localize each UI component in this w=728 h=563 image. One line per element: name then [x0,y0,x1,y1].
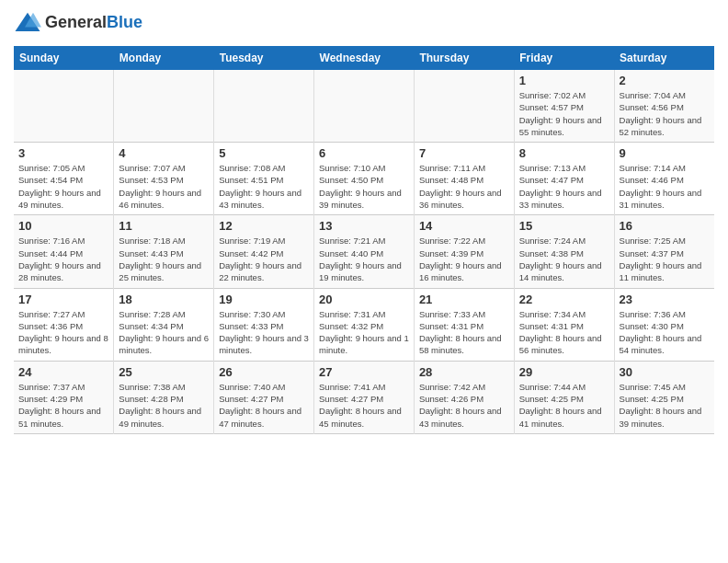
col-wednesday: Wednesday [314,46,415,70]
day-number: 17 [18,293,108,306]
day-number: 24 [18,365,108,379]
day-number: 29 [519,365,609,379]
day-cell-4-4: 20Sunrise: 7:31 AM Sunset: 4:32 PM Dayli… [314,288,415,361]
day-cell-1-2 [114,70,214,143]
day-number: 6 [319,146,409,160]
day-cell-4-3: 19Sunrise: 7:30 AM Sunset: 4:33 PM Dayli… [214,288,314,361]
day-info: Sunrise: 7:27 AM Sunset: 4:36 PM Dayligh… [18,308,108,357]
day-cell-5-6: 29Sunrise: 7:44 AM Sunset: 4:25 PM Dayli… [514,361,614,433]
day-info: Sunrise: 7:44 AM Sunset: 4:25 PM Dayligh… [519,381,609,430]
day-number: 27 [319,365,409,379]
day-number: 12 [219,219,309,233]
col-thursday: Thursday [414,46,514,70]
logo-general: General [45,13,107,31]
week-row-2: 3Sunrise: 7:05 AM Sunset: 4:54 PM Daylig… [14,143,714,215]
day-cell-4-2: 18Sunrise: 7:28 AM Sunset: 4:34 PM Dayli… [114,288,214,361]
day-cell-1-4 [314,70,415,143]
day-info: Sunrise: 7:14 AM Sunset: 4:46 PM Dayligh… [620,162,710,211]
day-cell-3-4: 13Sunrise: 7:21 AM Sunset: 4:40 PM Dayli… [314,215,415,288]
day-info: Sunrise: 7:36 AM Sunset: 4:30 PM Dayligh… [620,308,710,357]
day-cell-5-3: 26Sunrise: 7:40 AM Sunset: 4:27 PM Dayli… [214,361,314,433]
day-cell-1-5 [414,70,514,143]
calendar-body: 1Sunrise: 7:02 AM Sunset: 4:57 PM Daylig… [14,70,714,433]
col-monday: Monday [114,46,214,70]
col-tuesday: Tuesday [214,46,314,70]
day-info: Sunrise: 7:34 AM Sunset: 4:31 PM Dayligh… [519,308,609,357]
day-cell-1-6: 1Sunrise: 7:02 AM Sunset: 4:57 PM Daylig… [514,70,614,143]
day-info: Sunrise: 7:02 AM Sunset: 4:57 PM Dayligh… [519,89,609,138]
day-info: Sunrise: 7:41 AM Sunset: 4:27 PM Dayligh… [319,381,409,430]
day-cell-2-5: 7Sunrise: 7:11 AM Sunset: 4:48 PM Daylig… [414,143,514,215]
week-row-3: 10Sunrise: 7:16 AM Sunset: 4:44 PM Dayli… [14,215,714,288]
day-info: Sunrise: 7:45 AM Sunset: 4:25 PM Dayligh… [620,381,710,430]
day-info: Sunrise: 7:08 AM Sunset: 4:51 PM Dayligh… [219,162,309,211]
day-info: Sunrise: 7:30 AM Sunset: 4:33 PM Dayligh… [219,308,309,357]
day-info: Sunrise: 7:13 AM Sunset: 4:47 PM Dayligh… [519,162,609,211]
day-number: 15 [519,219,609,233]
day-number: 19 [219,293,309,306]
day-number: 28 [419,365,509,379]
day-info: Sunrise: 7:18 AM Sunset: 4:43 PM Dayligh… [119,235,209,283]
day-cell-4-5: 21Sunrise: 7:33 AM Sunset: 4:31 PM Dayli… [414,288,514,361]
day-cell-1-3 [214,70,314,143]
day-info: Sunrise: 7:21 AM Sunset: 4:40 PM Dayligh… [319,235,409,283]
day-info: Sunrise: 7:25 AM Sunset: 4:37 PM Dayligh… [620,235,710,283]
day-number: 26 [219,365,309,379]
week-row-5: 24Sunrise: 7:37 AM Sunset: 4:29 PM Dayli… [14,361,714,433]
day-info: Sunrise: 7:11 AM Sunset: 4:48 PM Dayligh… [419,162,509,211]
day-info: Sunrise: 7:31 AM Sunset: 4:32 PM Dayligh… [319,308,409,357]
day-number: 16 [620,219,710,233]
day-cell-2-4: 6Sunrise: 7:10 AM Sunset: 4:50 PM Daylig… [314,143,415,215]
day-cell-4-6: 22Sunrise: 7:34 AM Sunset: 4:31 PM Dayli… [514,288,614,361]
day-info: Sunrise: 7:05 AM Sunset: 4:54 PM Dayligh… [18,162,108,211]
day-info: Sunrise: 7:37 AM Sunset: 4:29 PM Dayligh… [18,381,108,430]
week-row-4: 17Sunrise: 7:27 AM Sunset: 4:36 PM Dayli… [14,288,714,361]
day-number: 21 [419,293,509,306]
day-cell-3-3: 12Sunrise: 7:19 AM Sunset: 4:42 PM Dayli… [214,215,314,288]
day-info: Sunrise: 7:40 AM Sunset: 4:27 PM Dayligh… [219,381,309,430]
day-number: 4 [119,146,209,160]
day-info: Sunrise: 7:38 AM Sunset: 4:28 PM Dayligh… [119,381,209,430]
day-info: Sunrise: 7:24 AM Sunset: 4:38 PM Dayligh… [519,235,609,283]
day-number: 22 [519,293,609,306]
day-number: 18 [119,293,209,306]
logo-text: GeneralBlue [45,13,142,33]
day-cell-2-6: 8Sunrise: 7:13 AM Sunset: 4:47 PM Daylig… [514,143,614,215]
day-cell-5-2: 25Sunrise: 7:38 AM Sunset: 4:28 PM Dayli… [114,361,214,433]
col-saturday: Saturday [614,46,714,70]
day-cell-3-7: 16Sunrise: 7:25 AM Sunset: 4:37 PM Dayli… [614,215,714,288]
col-sunday: Sunday [14,46,114,70]
day-cell-4-1: 17Sunrise: 7:27 AM Sunset: 4:36 PM Dayli… [14,288,114,361]
day-cell-5-4: 27Sunrise: 7:41 AM Sunset: 4:27 PM Dayli… [314,361,415,433]
day-number: 20 [319,293,409,306]
day-info: Sunrise: 7:16 AM Sunset: 4:44 PM Dayligh… [18,235,108,283]
calendar-thead: Sunday Monday Tuesday Wednesday Thursday… [14,46,714,70]
day-cell-2-7: 9Sunrise: 7:14 AM Sunset: 4:46 PM Daylig… [614,143,714,215]
day-info: Sunrise: 7:33 AM Sunset: 4:31 PM Dayligh… [419,308,509,357]
day-info: Sunrise: 7:19 AM Sunset: 4:42 PM Dayligh… [219,235,309,283]
day-cell-3-1: 10Sunrise: 7:16 AM Sunset: 4:44 PM Dayli… [14,215,114,288]
day-number: 9 [620,146,710,160]
day-number: 5 [219,146,309,160]
col-friday: Friday [514,46,614,70]
day-cell-4-7: 23Sunrise: 7:36 AM Sunset: 4:30 PM Dayli… [614,288,714,361]
calendar-container: GeneralBlue Sunday Monday Tuesday Wednes… [0,0,728,443]
day-info: Sunrise: 7:42 AM Sunset: 4:26 PM Dayligh… [419,381,509,430]
day-info: Sunrise: 7:04 AM Sunset: 4:56 PM Dayligh… [620,89,710,138]
day-cell-3-6: 15Sunrise: 7:24 AM Sunset: 4:38 PM Dayli… [514,215,614,288]
day-cell-5-1: 24Sunrise: 7:37 AM Sunset: 4:29 PM Dayli… [14,361,114,433]
day-cell-2-2: 4Sunrise: 7:07 AM Sunset: 4:53 PM Daylig… [114,143,214,215]
day-number: 23 [620,293,710,306]
day-info: Sunrise: 7:10 AM Sunset: 4:50 PM Dayligh… [319,162,409,211]
day-number: 11 [119,219,209,233]
day-number: 2 [620,74,710,87]
day-number: 14 [419,219,509,233]
day-info: Sunrise: 7:07 AM Sunset: 4:53 PM Dayligh… [119,162,209,211]
logo-blue: Blue [107,13,142,31]
day-cell-5-7: 30Sunrise: 7:45 AM Sunset: 4:25 PM Dayli… [614,361,714,433]
day-cell-1-7: 2Sunrise: 7:04 AM Sunset: 4:56 PM Daylig… [614,70,714,143]
day-number: 8 [519,146,609,160]
day-cell-5-5: 28Sunrise: 7:42 AM Sunset: 4:26 PM Dayli… [414,361,514,433]
day-number: 7 [419,146,509,160]
day-number: 25 [119,365,209,379]
